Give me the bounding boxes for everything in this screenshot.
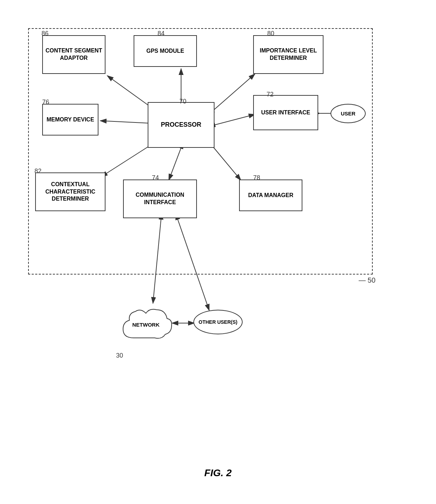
ref-76: 76 (42, 99, 49, 106)
processor-box: PROCESSOR (148, 102, 214, 148)
importance-level-box: IMPORTANCE LEVEL DETERMINER (253, 35, 323, 74)
figure-label: FIG. 2 (204, 467, 232, 479)
user-interface-box: USER INTERFACE (253, 95, 318, 130)
content-segment-label: CONTENT SEGMENT ADAPTOR (43, 47, 105, 62)
ref-30: 30 (116, 352, 123, 359)
diagram-container: PROCESSOR 70 GPS MODULE 84 CONTENT SEGME… (21, 14, 415, 489)
comm-interface-box: COMMUNICATION INTERFACE (123, 179, 197, 218)
ref-80: 80 (267, 30, 274, 37)
ref-86: 86 (41, 30, 49, 37)
ref-label-50: — 50 (359, 276, 376, 284)
data-manager-label: DATA MANAGER (248, 192, 294, 199)
user-interface-label: USER INTERFACE (261, 109, 310, 116)
data-manager-box: DATA MANAGER (239, 179, 302, 211)
processor-label: PROCESSOR (161, 121, 201, 129)
ref-72: 72 (267, 91, 274, 98)
contextual-label: CONTEXTUAL CHARACTERISTIC DETERMINER (36, 181, 105, 203)
gps-module-box: GPS MODULE (134, 35, 197, 67)
ref-84: 84 (158, 30, 165, 37)
network-cloud: NETWORK (116, 303, 176, 348)
user-oval: USER (331, 104, 366, 123)
user-label: USER (341, 111, 355, 116)
svg-text:NETWORK: NETWORK (132, 322, 160, 328)
contextual-box: CONTEXTUAL CHARACTERISTIC DETERMINER (35, 172, 105, 211)
content-segment-box: CONTENT SEGMENT ADAPTOR (42, 35, 105, 74)
memory-device-box: MEMORY DEVICE (42, 104, 98, 136)
memory-label: MEMORY DEVICE (46, 116, 94, 124)
other-users-oval: OTHER USER(S) (193, 310, 243, 334)
comm-label: COMMUNICATION INTERFACE (124, 191, 196, 206)
importance-label: IMPORTANCE LEVEL DETERMINER (254, 47, 323, 62)
other-users-label: OTHER USER(S) (199, 319, 237, 325)
ref-82: 82 (34, 168, 41, 175)
ref-70: 70 (179, 98, 186, 105)
gps-label: GPS MODULE (146, 48, 184, 55)
ref-78: 78 (253, 174, 260, 182)
ref-74: 74 (152, 174, 159, 182)
